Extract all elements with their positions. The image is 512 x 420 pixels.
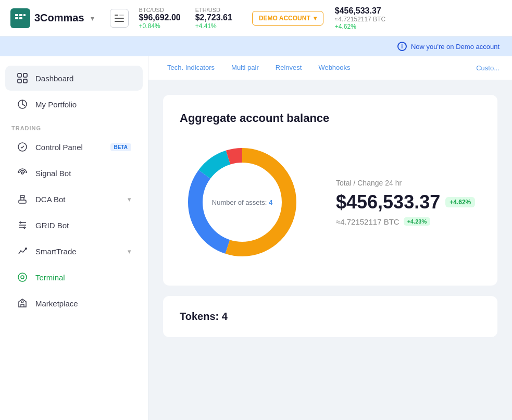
svg-rect-16 <box>19 200 26 203</box>
trading-section-label: TRADING <box>0 118 148 133</box>
sidebar-item-portfolio[interactable]: My Portfolio <box>5 92 143 117</box>
balance-amount-value: $456,533.37 <box>336 191 440 213</box>
eth-pair-price: $2,723.61 <box>195 13 232 22</box>
svg-rect-4 <box>23 14 26 16</box>
balance-amount-row: $456,533.37 +4.62% <box>336 191 475 213</box>
svg-point-18 <box>25 248 27 250</box>
sidebar-marketplace-label: Marketplace <box>35 299 131 308</box>
sidebar-portfolio-label: My Portfolio <box>35 100 131 109</box>
tokens-card: Tokens: 4 <box>163 296 497 337</box>
sidebar-control-panel-label: Control Panel <box>35 143 103 152</box>
sidebar-dashboard-label: Dashboard <box>35 74 131 83</box>
grid-bot-icon <box>17 219 28 231</box>
tokens-title: Tokens: 4 <box>180 311 481 323</box>
sidebar-smart-trade-label: SmartTrade <box>35 247 120 256</box>
sidebar-item-grid-bot[interactable]: GRID Bot <box>5 213 143 238</box>
btc-pair-change: +0.84% <box>139 22 181 30</box>
terminal-icon <box>17 271 28 283</box>
balance-content: Number of assets: 4 Total / Change 24 hr… <box>180 140 481 265</box>
svg-rect-7 <box>115 21 124 22</box>
demo-balance-section: $456,533.37 ≈4.72152117 BTC +4.62% <box>335 6 385 30</box>
content-area: Aggregate account balance <box>148 80 512 352</box>
svg-rect-2 <box>19 14 22 16</box>
main-content: Tech. Indicators Multi pair Reinvest Web… <box>148 56 512 420</box>
svg-rect-12 <box>23 79 27 83</box>
svg-rect-17 <box>20 195 24 197</box>
demo-balance-amount: $456,533.37 <box>335 6 385 16</box>
demo-notice-bar: i Now you're on Demo account <box>0 36 512 56</box>
sidebar-dca-bot-label: DCA Bot <box>35 195 120 204</box>
svg-rect-5 <box>115 15 118 16</box>
balance-btc-badge: +4.23% <box>404 217 431 226</box>
dca-bot-chevron-icon: ▾ <box>128 195 131 203</box>
balance-change-badge: +4.62% <box>445 197 475 207</box>
dashboard-icon <box>17 72 28 84</box>
balance-card: Aggregate account balance <box>163 95 497 286</box>
topbar: 3Commas ▾ BTC/USD $96,692.00 +0.84% ETH/… <box>0 0 512 36</box>
dca-bot-icon <box>17 193 28 205</box>
demo-notice-text: Now you're on Demo account <box>411 43 499 51</box>
donut-chart: Number of assets: 4 <box>180 140 305 265</box>
svg-rect-11 <box>18 79 21 83</box>
sub-nav: Tech. Indicators Multi pair Reinvest Web… <box>148 56 512 80</box>
sidebar-item-marketplace[interactable]: Marketplace <box>5 291 143 316</box>
eth-pair-change: +4.41% <box>195 22 232 30</box>
signal-bot-icon <box>17 167 28 179</box>
svg-point-15 <box>21 172 23 174</box>
marketplace-icon <box>17 298 28 309</box>
eth-pair-label: ETH/USD <box>195 7 232 13</box>
eth-price-pair: ETH/USD $2,723.61 +4.41% <box>195 7 232 30</box>
total-change-label: Total / Change 24 hr <box>336 179 475 187</box>
chevron-down-icon: ▾ <box>314 15 317 22</box>
svg-point-20 <box>21 276 24 279</box>
sidebar-item-smart-trade[interactable]: SmartTrade ▾ <box>5 239 143 264</box>
sidebar-item-signal-bot[interactable]: Signal Bot <box>5 160 143 186</box>
info-icon: i <box>397 42 407 51</box>
balance-card-title: Aggregate account balance <box>180 112 481 125</box>
tab-custom[interactable]: Custo... <box>476 64 499 72</box>
beta-badge: BETA <box>110 143 131 151</box>
sidebar-terminal-label: Terminal <box>35 273 131 282</box>
sidebar-toggle-button[interactable] <box>110 9 129 28</box>
donut-center-text: Number of assets: 4 <box>212 199 272 206</box>
svg-point-19 <box>18 273 27 281</box>
smart-trade-icon <box>17 245 28 257</box>
btc-pair-price: $96,692.00 <box>139 13 181 22</box>
sidebar-grid-bot-label: GRID Bot <box>35 221 131 230</box>
svg-rect-0 <box>15 14 18 16</box>
svg-rect-6 <box>115 18 124 19</box>
portfolio-icon <box>17 98 28 110</box>
demo-button-label: DEMO ACCOUNT <box>259 15 310 22</box>
control-panel-icon <box>17 141 28 153</box>
main-layout: Dashboard My Portfolio TRADING Control <box>0 56 512 420</box>
sidebar-item-control-panel[interactable]: Control Panel BETA <box>5 134 143 159</box>
svg-point-21 <box>21 301 23 303</box>
svg-rect-8 <box>119 15 124 16</box>
tab-webhooks[interactable]: Webhooks <box>312 56 356 80</box>
svg-rect-9 <box>18 73 21 77</box>
sidebar-item-dca-bot[interactable]: DCA Bot ▾ <box>5 187 143 212</box>
sidebar: Dashboard My Portfolio TRADING Control <box>0 56 148 420</box>
sidebar-signal-bot-label: Signal Bot <box>35 169 131 178</box>
logo-icon <box>10 8 30 28</box>
demo-account-section: DEMO ACCOUNT ▾ $456,533.37 ≈4.72152117 B… <box>247 6 385 30</box>
svg-rect-10 <box>23 73 27 77</box>
smart-trade-chevron-icon: ▾ <box>128 248 131 255</box>
demo-change-pct: +4.62% <box>335 23 385 30</box>
btc-price-pair: BTC/USD $96,692.00 +0.84% <box>139 7 181 30</box>
svg-rect-1 <box>15 17 18 19</box>
sidebar-item-terminal[interactable]: Terminal <box>5 265 143 290</box>
logo-text: 3Commas <box>34 12 84 24</box>
logo-area: 3Commas ▾ <box>10 8 94 28</box>
btc-pair-label: BTC/USD <box>139 7 181 13</box>
tab-reinvest[interactable]: Reinvest <box>269 56 308 80</box>
tab-multi-pair[interactable]: Multi pair <box>225 56 265 80</box>
balance-btc-row: ≈4.72152117 BTC +4.23% <box>336 217 475 226</box>
tab-tech-indicators[interactable]: Tech. Indicators <box>161 56 221 80</box>
svg-rect-3 <box>19 17 22 19</box>
logo-chevron-icon[interactable]: ▾ <box>91 14 94 22</box>
demo-btc-value: ≈4.72152117 BTC <box>335 16 385 23</box>
balance-info: Total / Change 24 hr $456,533.37 +4.62% … <box>336 179 475 226</box>
demo-account-button[interactable]: DEMO ACCOUNT ▾ <box>252 11 323 26</box>
sidebar-item-dashboard[interactable]: Dashboard <box>5 66 143 91</box>
